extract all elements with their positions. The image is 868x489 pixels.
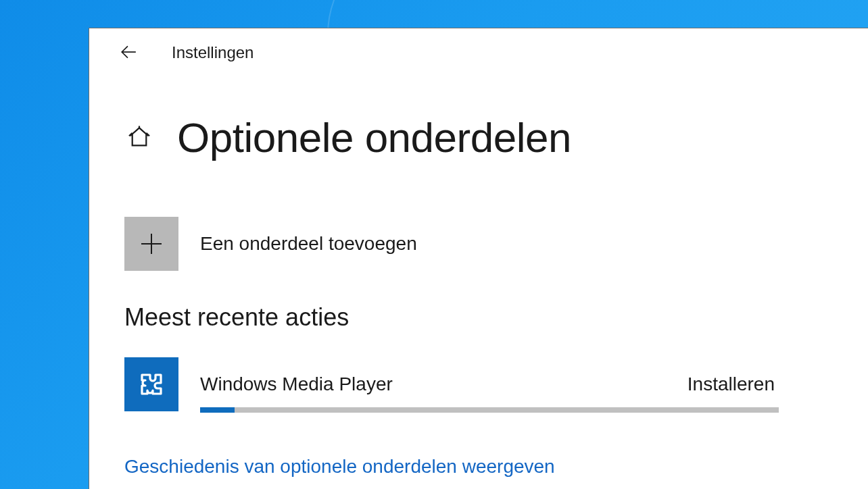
add-feature-label: Een onderdeel toevoegen [200,233,417,255]
history-link[interactable]: Geschiedenis van optionele onderdelen we… [124,456,555,478]
back-button[interactable] [118,42,139,63]
page-title: Optionele onderdelen [177,113,571,161]
home-icon [126,124,152,151]
home-button[interactable] [124,123,154,153]
page-header: Optionele onderdelen [89,113,868,161]
recent-actions-heading: Meest recente acties [124,303,779,332]
puzzle-icon [124,357,178,411]
install-progress-bar [200,407,779,413]
plus-icon [124,217,178,271]
titlebar: Instellingen [89,28,868,77]
install-progress-fill [200,407,235,413]
settings-window: Instellingen Optionele onderdelen [89,28,868,489]
app-title: Instellingen [172,43,254,62]
recent-action-item[interactable]: Windows Media Player Installeren [124,357,779,413]
back-arrow-icon [120,43,137,63]
feature-name: Windows Media Player [200,374,393,395]
content-area: Een onderdeel toevoegen Meest recente ac… [89,217,819,478]
recent-action-header: Windows Media Player Installeren [124,357,779,411]
feature-status: Installeren [688,374,775,395]
add-feature-button[interactable]: Een onderdeel toevoegen [124,217,417,271]
action-labels: Windows Media Player Installeren [200,374,779,395]
